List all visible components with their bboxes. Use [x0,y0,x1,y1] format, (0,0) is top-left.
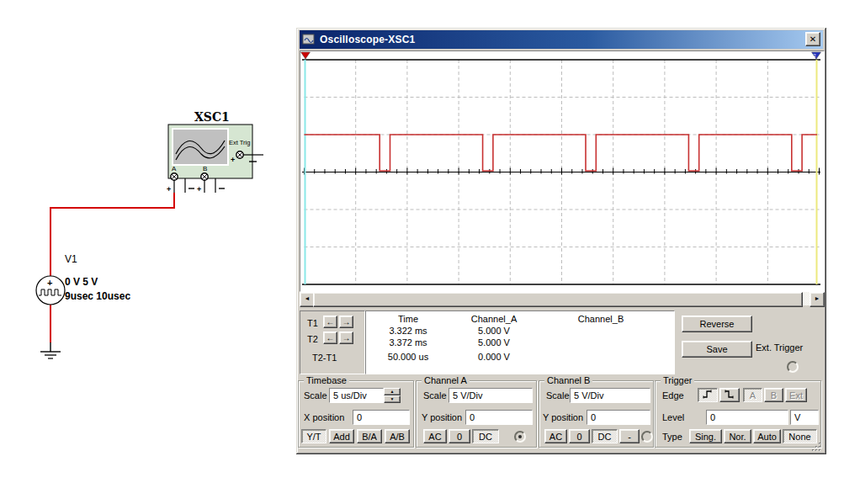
ground-symbol[interactable] [40,342,61,358]
trigger-rising-edge-button[interactable] [698,388,718,402]
reverse-button[interactable]: Reverse [682,316,752,332]
t2-time: 3.372 ms [366,337,450,347]
measurement-readout: Time Channel_A Channel_B 3.322 ms 5.000 … [365,310,675,374]
t2t1-label: T2-T1 [312,353,337,363]
trigger-type-nor-button[interactable]: Nor. [724,429,751,443]
scope-component[interactable]: Ext Trig + A + [167,125,263,194]
ext-trigger-connector [787,361,799,373]
source-v1[interactable]: + [36,276,65,305]
t1-right-button[interactable]: → [339,316,353,328]
channel-a-dc-button[interactable]: DC [472,429,499,443]
t2-label: T2 [307,334,318,344]
scroll-right-icon: ► [815,295,820,301]
t1-time: 3.322 ms [366,326,450,336]
t2-right-button[interactable]: → [339,332,353,344]
scroll-thumb[interactable] [313,292,803,307]
channel-a-group: Channel A Scale Y position AC 0 DC [416,380,537,448]
channel-a-ypos-label: Y position [422,412,462,422]
trigger-source-ext-button[interactable]: Ext [785,388,807,402]
timebase-scale-spinner: ▲ ▼ [384,388,401,403]
trigger-falling-edge-button[interactable] [719,388,740,402]
terminal-a-label: A [172,165,177,172]
channel-a-connector [514,431,526,443]
save-button[interactable]: Save [682,341,752,358]
trigger-level-label: Level [662,412,684,422]
t2-channel-b [538,337,664,347]
channel-b-zero-button[interactable]: 0 [569,429,590,443]
channel-a-scale-input[interactable] [449,388,533,403]
channel-b-scale-label: Scale [546,390,570,401]
resize-grip[interactable] [811,442,822,453]
channel-b-minus-button[interactable]: - [619,429,640,443]
channel-b-dc-button[interactable]: DC [592,429,618,443]
circuit-schematic: XSC1 Ext Trig + A [0,0,296,504]
timebase-title: Timebase [304,375,349,385]
right-arrow-icon: → [342,333,351,342]
channel-b-group: Channel B Scale Y position AC 0 DC - [539,380,654,448]
timebase-group: Timebase Scale ▲ ▼ X position Y/T Add B/… [298,380,414,448]
timebase-xpos-label: X position [304,412,344,422]
channel-a-scale-label: Scale [423,390,447,401]
title-bar[interactable]: Oscilloscope-XSC1 ✕ [300,30,823,49]
falling-edge-icon [724,389,735,400]
t2-channel-a: 5.000 V [450,337,538,347]
t1-left-button[interactable]: ← [323,316,337,328]
ext-trigger-label: Ext. Trigger [756,342,803,353]
trigger-type-auto-button[interactable]: Auto [753,429,781,443]
t2t1-channel-b [538,352,664,362]
trigger-source-b-button[interactable]: B [764,388,783,402]
scope-display[interactable]: 2 [300,50,825,292]
spin-up-button[interactable]: ▲ [384,388,401,395]
terminal-b-label: B [203,165,207,172]
channel-b-scale-input[interactable] [570,388,650,403]
channel-a-title: Channel A [422,375,470,385]
horizontal-scrollbar[interactable]: ◄ ► [300,292,823,305]
channel-b-ac-button[interactable]: AC [544,429,567,443]
t1-channel-b [538,326,664,336]
col-channel-a: Channel_A [450,314,538,324]
timebase-ba-button[interactable]: B/A [357,429,382,443]
source-ref-label: V1 [65,253,77,265]
channel-b-ypos-input[interactable] [587,410,650,425]
trigger-source-a-button[interactable]: A [743,388,762,402]
spin-up-icon: ▲ [390,389,395,394]
channel-a-ac-button[interactable]: AC [423,429,447,443]
source-timing-label: 9usec 10usec [65,290,130,302]
timebase-ab-button[interactable]: A/B [385,429,410,443]
t1-readout-row: 3.322 ms 5.000 V [366,326,674,336]
timebase-scale-input[interactable] [329,388,384,403]
cursor-controls: T1 ← → T2 ← → T2-T1 [300,310,365,374]
trigger-level-input[interactable] [706,410,788,425]
oscilloscope-window: Oscilloscope-XSC1 ✕ 2 ◄ ► T1 ← → T2 ← → … [296,28,826,454]
trigger-group: Trigger Edge A B Ext Level [655,380,821,448]
timebase-add-button[interactable]: Add [329,429,354,443]
readout-header-row: Time Channel_A Channel_B [366,314,674,324]
close-button[interactable]: ✕ [805,32,820,46]
channel-b-ypos-label: Y position [543,412,583,422]
multisim-workspace: XSC1 Ext Trig + A [0,0,860,504]
channel-b-title: Channel B [544,375,592,385]
col-time: Time [366,314,450,324]
timebase-yt-button[interactable]: Y/T [301,429,326,443]
rising-edge-icon [702,389,714,400]
t2-left-button[interactable]: ← [323,332,337,344]
col-channel-b: Channel_B [538,314,664,324]
timebase-scale-label: Scale [304,390,327,401]
ext-trig-plus: + [231,156,235,164]
scroll-right-button[interactable]: ► [810,292,825,307]
spin-down-button[interactable]: ▼ [384,395,401,403]
trigger-type-label: Type [662,432,682,442]
trigger-title: Trigger [661,375,694,385]
spin-down-icon: ▼ [390,396,395,401]
trigger-edge-label: Edge [662,390,684,401]
t1-channel-a: 5.000 V [450,326,538,336]
channel-a-zero-button[interactable]: 0 [449,429,470,443]
source-value-label: 0 V 5 V [65,276,98,288]
trigger-level-unit[interactable] [790,410,819,425]
close-icon: ✕ [810,34,816,44]
scope-component-label: XSC1 [194,110,230,124]
source-plus: + [47,278,52,288]
trigger-type-sing-button[interactable]: Sing. [689,429,722,443]
channel-a-ypos-input[interactable] [465,410,533,425]
timebase-xpos-input[interactable] [353,410,410,425]
